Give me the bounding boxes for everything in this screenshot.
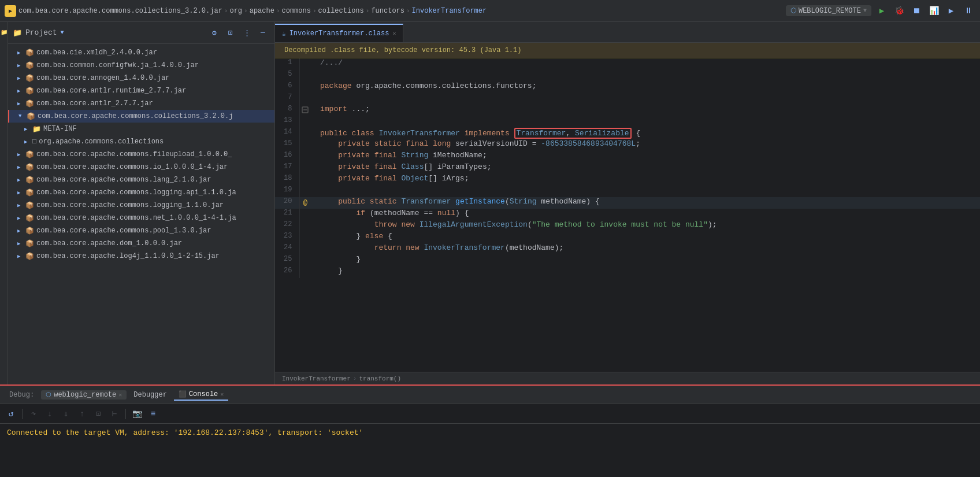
bottom-tab-bar: Debug: ⬡ weblogic_remote ✕ Debugger ⬛ Co… <box>0 386 980 404</box>
item-label: com.bea.core.apache.dom_1.0.0.0.jar <box>36 239 182 247</box>
code-line-19: 19 <box>275 186 980 197</box>
breadcrumb-org[interactable]: org <box>229 7 242 15</box>
run-with-button[interactable]: ▶ <box>944 4 958 18</box>
tree-item-org-apache[interactable]: ▶ □ org.apache.commons.collections <box>8 135 274 148</box>
close-panel-icon[interactable]: ─ <box>256 26 270 40</box>
debug-toolbar: ↺ ↷ ↓ ⇓ ↑ ⊡ ⊢ 📷 ≡ <box>0 404 980 424</box>
line-num: 25 <box>275 255 299 267</box>
code-line-25: 25 } <box>275 255 980 267</box>
line-gutter <box>299 174 311 186</box>
item-label: com.bea.core.apache.log4j_1.1.0.0_1-2-15… <box>36 252 220 260</box>
run-config[interactable]: ⬡ WEBLOGIC_REMOTE ▼ <box>786 5 871 16</box>
run-to-cursor-button[interactable]: ⊡ <box>92 408 105 420</box>
tree-item-antlr[interactable]: ▶ 📦 com.bea.core.antlr_2.7.7.jar <box>8 97 274 110</box>
line-gutter <box>299 139 311 151</box>
line-gutter <box>299 58 311 70</box>
line-code: } <box>311 267 980 278</box>
tree-item-commons-io[interactable]: ▶ 📦 com.bea.core.apache.commons.io_1.0.0… <box>8 161 274 173</box>
expand-icon[interactable]: ⊡ <box>224 26 237 40</box>
evaluate-button[interactable]: ⊢ <box>108 408 121 420</box>
code-line-23: 23 } else { <box>275 232 980 243</box>
top-bar: ▶ com.bea.core.apache.commons.collection… <box>0 0 980 22</box>
tree-item-cie[interactable]: ▶ 📦 com.bea.cie.xmldh_2.4.0.0.jar <box>8 46 274 59</box>
coverage-button[interactable]: ⏹ <box>910 4 923 18</box>
more-button[interactable]: ⏸ <box>962 4 975 18</box>
tree-item-configfwk[interactable]: ▶ 📦 com.bea.common.configfwk.ja_1.4.0.0.… <box>8 59 274 72</box>
code-line-15: 15 private static final long serialVersi… <box>275 139 980 151</box>
snapshot-button[interactable]: 📷 <box>131 408 143 420</box>
tree-item-fileupload[interactable]: ▶ 📦 com.bea.core.apache.commons.fileuplo… <box>8 148 274 161</box>
force-step-into-button[interactable]: ⇓ <box>60 408 72 420</box>
tree-item-commons-net[interactable]: ▶ 📦 com.bea.core.apache.commons.net_1.0.… <box>8 212 274 224</box>
line-num: 7 <box>275 93 299 105</box>
more-icon[interactable]: ⋮ <box>240 26 254 40</box>
panel-dropdown-icon[interactable]: ▼ <box>61 29 64 36</box>
tree-item-annogen[interactable]: ▶ 📦 com.bea.core.annogen_1.4.0.0.jar <box>8 72 274 84</box>
step-into-button[interactable]: ↓ <box>43 408 56 420</box>
tree-item-meta-inf[interactable]: ▶ 📁 META-INF <box>8 123 274 135</box>
breadcrumb-jar[interactable]: com.bea.core.apache.commons.collections_… <box>18 7 222 15</box>
step-out-button[interactable]: ↑ <box>76 408 88 420</box>
item-label: com.bea.core.antlr.runtime_2.7.7.jar <box>36 87 186 95</box>
jar-icon: 📦 <box>25 227 34 235</box>
console-icon: ⬛ <box>179 390 187 398</box>
jar-icon: 📦 <box>25 252 34 261</box>
tab-debugger[interactable]: Debugger <box>129 390 172 400</box>
breadcrumb-apache[interactable]: apache <box>250 7 274 15</box>
package-icon: □ <box>32 138 36 146</box>
line-num: 17 <box>275 162 299 174</box>
item-label: org.apache.commons.collections <box>39 138 164 146</box>
code-line-5: 5 <box>275 70 980 82</box>
line-code: public class InvokerTransformer implemen… <box>311 128 980 139</box>
breadcrumb: com.bea.core.apache.commons.collections_… <box>18 7 784 15</box>
line-num: 18 <box>275 174 299 186</box>
close-session-icon[interactable]: ✕ <box>118 391 122 398</box>
debug-button[interactable]: 🐞 <box>892 4 906 18</box>
sidebar-project-icon[interactable]: 📁 <box>0 24 8 40</box>
tree-item-collections[interactable]: ▼ 📦 com.bea.core.apache.commons.collecti… <box>8 110 274 123</box>
breadcrumb-collections[interactable]: collections <box>318 7 364 15</box>
tree-item-logging-api[interactable]: ▶ 📦 com.bea.core.apache.commons.logging.… <box>8 186 274 199</box>
line-code <box>311 186 980 197</box>
code-container[interactable]: 1 /.../ 5 6 package org.apache.commons.c… <box>275 58 980 372</box>
debug-session[interactable]: ⬡ weblogic_remote ✕ <box>41 390 127 400</box>
sidebar-icons: 📁 <box>0 22 8 384</box>
line-num: 23 <box>275 232 299 243</box>
line-gutter <box>299 70 311 82</box>
tree-item-antlr-runtime[interactable]: ▶ 📦 com.bea.core.antlr.runtime_2.7.7.jar <box>8 84 274 97</box>
code-line-20: 20 @ public static Transformer getInstan… <box>275 197 980 209</box>
settings-icon[interactable]: ⚙ <box>207 26 221 40</box>
step-over-button[interactable]: ↷ <box>27 408 40 420</box>
tab-label: InvokerTransformer.class <box>289 29 389 38</box>
run-button[interactable]: ▶ <box>875 4 889 18</box>
line-gutter: @ <box>299 197 311 209</box>
profile-button[interactable]: 📊 <box>927 4 941 18</box>
jar-icon: 📦 <box>27 112 35 121</box>
line-gutter <box>299 82 311 93</box>
line-gutter <box>299 128 311 139</box>
tree-item-dom[interactable]: ▶ 📦 com.bea.core.apache.dom_1.0.0.0.jar <box>8 237 274 250</box>
close-console-icon[interactable]: ✕ <box>220 391 224 398</box>
arrow-icon: ▶ <box>17 151 23 158</box>
line-num: 15 <box>275 139 299 151</box>
line-num: 26 <box>275 267 299 278</box>
code-line-8: 8 import ...; <box>275 105 980 116</box>
tab-console[interactable]: ⬛ Console ✕ <box>174 389 228 401</box>
line-code <box>311 93 980 105</box>
breadcrumb-commons[interactable]: commons <box>282 7 311 15</box>
rerun-button[interactable]: ↺ <box>5 408 17 420</box>
tree-item-commons-lang[interactable]: ▶ 📦 com.bea.core.apache.commons.lang_2.1… <box>8 173 274 186</box>
breadcrumb-functors[interactable]: functors <box>371 7 404 15</box>
panel-header: 📁 Project ▼ ⚙ ⊡ ⋮ ─ <box>8 22 274 44</box>
run-config-icon: ⬡ <box>790 6 796 15</box>
tree-item-pool[interactable]: ▶ 📦 com.bea.core.apache.commons.pool_1.3… <box>8 224 274 237</box>
tree-item-log4j[interactable]: ▶ 📦 com.bea.core.apache.log4j_1.1.0.0_1-… <box>8 250 274 262</box>
tree-item-logging[interactable]: ▶ 📦 com.bea.core.apache.commons.logging_… <box>8 199 274 212</box>
breadcrumb-class[interactable]: InvokerTransformer <box>412 7 487 15</box>
code-line-21: 21 if (methodName == null) { <box>275 209 980 220</box>
settings-debug-button[interactable]: ≡ <box>147 408 159 420</box>
arrow-icon: ▶ <box>17 190 23 196</box>
java-file-icon: ☕ <box>282 30 286 38</box>
tab-close-icon[interactable]: ✕ <box>392 30 396 37</box>
tab-invoker[interactable]: ☕ InvokerTransformer.class ✕ <box>275 24 403 42</box>
